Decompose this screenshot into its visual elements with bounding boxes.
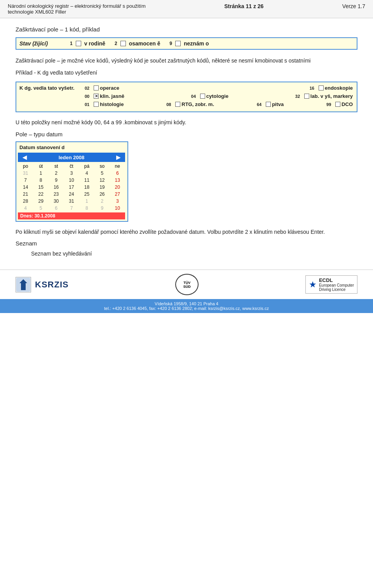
radio-v-rodine[interactable] <box>76 41 81 46</box>
ksrzis-name: KSRZIS <box>35 280 69 290</box>
kdg-header: K dg. vedla tato vyšetr. 02 operace 16 e… <box>19 85 354 91</box>
para-calendar-info: Po kliknutí myši se objeví kalendář pomo… <box>16 228 357 236</box>
cal-month-year: leden 2008 <box>59 155 85 160</box>
cal-day-cell[interactable]: 13 <box>110 177 125 184</box>
radio-neznamo[interactable] <box>175 41 181 46</box>
section4-sub: Seznam bez vyhledávání <box>31 250 357 258</box>
cal-day-pa: pá <box>79 163 94 170</box>
section1-title: Zaškrtávací pole – 1 kód, příklad <box>16 26 357 33</box>
cal-day-cell[interactable]: 12 <box>94 177 110 184</box>
cal-day-cell[interactable]: 16 <box>49 184 64 191</box>
cal-day-cell[interactable]: 1 <box>33 170 48 177</box>
cal-day-cell[interactable]: 28 <box>18 198 33 205</box>
chk-16[interactable] <box>319 85 324 90</box>
cal-day-cell[interactable]: 5 <box>33 205 48 212</box>
cal-day-cell[interactable]: 8 <box>79 205 94 212</box>
cal-day-cell[interactable]: 31 <box>18 170 33 177</box>
radio-group: 1 v rodině 2 osamocen ě 9 neznám o <box>70 40 209 47</box>
chk-02[interactable] <box>94 85 99 90</box>
cal-day-cell[interactable]: 11 <box>79 177 94 184</box>
chk-32[interactable] <box>304 94 309 99</box>
radio-osamocene[interactable] <box>120 41 126 46</box>
cal-day-cell[interactable]: 3 <box>64 170 79 177</box>
kdg-cell-01: 01 histologie <box>84 101 124 108</box>
cal-day-cell[interactable]: 4 <box>18 205 33 212</box>
cal-day-cell[interactable]: 9 <box>49 177 64 184</box>
kdg-header-label: K dg. vedla tato vyšetr. <box>19 85 82 91</box>
main-content: Zaškrtávací pole – 1 kód, příklad Stav (… <box>0 18 373 266</box>
kdg-cell-64: 64 pitva <box>256 101 284 108</box>
cal-day-so: so <box>94 163 110 170</box>
cal-day-cell[interactable]: 9 <box>94 205 110 212</box>
ksrzis-icon <box>16 277 31 292</box>
cal-day-cell[interactable]: 23 <box>49 191 64 198</box>
cal-day-cell[interactable]: 25 <box>79 191 94 198</box>
chk-04[interactable] <box>200 94 205 99</box>
cal-day-cell[interactable]: 3 <box>110 198 125 205</box>
cal-day-cell[interactable]: 14 <box>18 184 33 191</box>
cal-day-cell[interactable]: 18 <box>79 184 94 191</box>
page-header: Národní onkologický registr – elektronic… <box>0 0 373 18</box>
stav-form-box: Stav (žijící) 1 v rodině 2 osamocen ě 9 … <box>16 37 357 50</box>
cal-prev-btn[interactable]: ◀ <box>21 154 28 160</box>
ecdl-text-block: ECDL European Computer Driving Licence <box>319 277 354 292</box>
chk-01[interactable] <box>94 102 99 107</box>
calendar-container: Datum stanovení d ◀ leden 2008 ▶ po út s… <box>16 141 357 222</box>
cal-day-cell[interactable]: 17 <box>64 184 79 191</box>
kdg-cell-32: 32 lab. v yš, markery <box>295 93 354 99</box>
cal-day-cell[interactable]: 22 <box>33 191 48 198</box>
cal-title: Datum stanovení d <box>18 144 125 151</box>
cal-day-cell[interactable]: 7 <box>18 177 33 184</box>
cal-day-cell[interactable]: 29 <box>33 198 48 205</box>
cal-day-cell[interactable]: 8 <box>33 177 48 184</box>
cal-day-cell[interactable]: 20 <box>110 184 125 191</box>
calendar-table: po út st čt pá so ne 3112345678910111213… <box>18 163 125 212</box>
cal-day-cell[interactable]: 2 <box>49 170 64 177</box>
header-left: Národní onkologický registr – elektronic… <box>8 3 146 15</box>
tuv-line2: SÜD <box>183 285 191 289</box>
cal-next-btn[interactable]: ▶ <box>115 154 122 160</box>
cal-day-cell[interactable]: 2 <box>94 198 110 205</box>
tuv-logo: TÜV SÜD <box>175 274 199 295</box>
kdg-cell-08: 08 RTG, zobr. m. <box>166 101 215 108</box>
ksrzis-logo: KSRZIS <box>16 277 69 292</box>
cal-day-cell[interactable]: 4 <box>79 170 94 177</box>
cal-day-cell[interactable]: 10 <box>64 177 79 184</box>
para-priklad: Příklad - K dg vedla tato vyšetření <box>16 69 357 77</box>
cal-day-cell[interactable]: 5 <box>94 170 110 177</box>
para-zaskrtavaci: Zašktrávací pole – je možné více kódů, v… <box>16 57 357 65</box>
cal-day-cell[interactable]: 1 <box>79 198 94 205</box>
today-bar: Dnes: 30.1.2008 <box>18 212 125 219</box>
footer-logos: KSRZIS TÜV SÜD ★ ECDL European Computer … <box>0 270 373 299</box>
header-title-line1: Národní onkologický registr – elektronic… <box>8 3 146 9</box>
cal-day-cell[interactable]: 6 <box>49 205 64 212</box>
ecdl-subtitle2: Driving Licence <box>319 287 354 292</box>
cal-day-cell[interactable]: 6 <box>110 170 125 177</box>
footer-bar: Vídeňská 1958/9, 140 21 Praha 4 tel.: +4… <box>0 299 373 313</box>
cal-day-cell[interactable]: 7 <box>64 205 79 212</box>
chk-00[interactable] <box>94 94 99 99</box>
cal-day-cell[interactable]: 19 <box>94 184 110 191</box>
cal-day-cell[interactable]: 10 <box>110 205 125 212</box>
chk-64[interactable] <box>266 102 271 107</box>
header-title-line2: technologie XML602 Filler <box>8 9 146 15</box>
chk-08[interactable] <box>175 102 180 107</box>
cal-day-cell[interactable]: 31 <box>64 198 79 205</box>
cal-day-cell[interactable]: 24 <box>64 191 79 198</box>
kdg-row3: 01 histologie 08 RTG, zobr. m. 64 pitva … <box>19 101 354 108</box>
cal-day-cell[interactable]: 15 <box>33 184 48 191</box>
section3-heading: Pole – typu datum <box>16 131 357 137</box>
cal-day-cell[interactable]: 26 <box>94 191 110 198</box>
stav-label: Stav (žijící) <box>19 40 66 47</box>
option-v-rodine-label: v rodině <box>84 40 105 47</box>
chk-99[interactable] <box>335 102 340 107</box>
kdg-cell-16: 16 endoskopie <box>309 85 354 91</box>
cal-day-cell[interactable]: 27 <box>110 191 125 198</box>
kdg-cell-99: 99 DCO <box>326 101 354 108</box>
cal-day-cell[interactable]: 30 <box>49 198 64 205</box>
cal-day-cell[interactable]: 21 <box>18 191 33 198</box>
cal-day-ct: čt <box>64 163 79 170</box>
cal-day-po: po <box>18 163 33 170</box>
stav-row: Stav (žijící) 1 v rodině 2 osamocen ě 9 … <box>19 40 354 47</box>
kdg-cell-02: 02 operace <box>84 85 120 91</box>
